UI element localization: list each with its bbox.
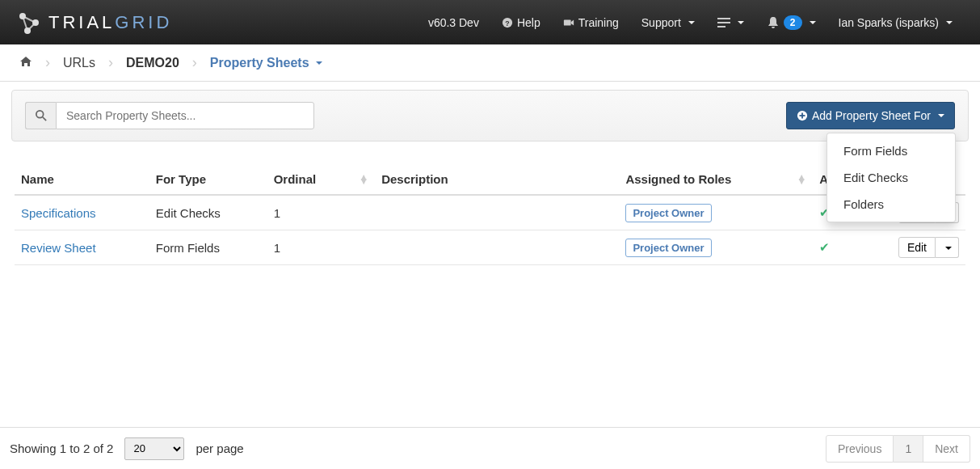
brand-text: TRIALGRID — [48, 12, 172, 33]
edit-button[interactable]: Edit — [898, 237, 936, 258]
col-ordinal[interactable]: Ordinal▲▼ — [267, 164, 375, 195]
caret-down-icon — [316, 61, 322, 65]
table-row: Specifications Edit Checks 1 Project Own… — [15, 195, 965, 230]
table-wrap: Name For Type Ordinal▲▼ Description Assi… — [11, 164, 969, 265]
edit-button-group: Edit — [895, 237, 959, 258]
dropdown-item-folders[interactable]: Folders — [827, 191, 955, 218]
svg-point-4 — [32, 19, 39, 26]
dropdown-item-edit-checks[interactable]: Edit Checks — [827, 164, 955, 191]
logo-icon — [16, 10, 42, 36]
caret-down-icon — [738, 21, 744, 24]
user-menu[interactable]: Ian Sparks (isparks) — [827, 0, 964, 44]
pager-previous[interactable]: Previous — [826, 435, 894, 463]
svg-rect-11 — [717, 26, 726, 27]
footer-left: Showing 1 to 2 of 2 20 per page — [10, 437, 244, 460]
footer: Showing 1 to 2 of 2 20 per page Previous… — [0, 427, 980, 469]
svg-rect-16 — [799, 115, 805, 116]
support-label: Support — [641, 16, 681, 29]
search-icon — [36, 110, 47, 121]
svg-point-12 — [36, 111, 43, 118]
property-sheets-table: Name For Type Ordinal▲▼ Description Assi… — [15, 164, 965, 265]
notification-count-badge: 2 — [784, 15, 802, 30]
version-label: v60.3 Dev — [417, 0, 490, 44]
check-icon: ✔ — [819, 240, 830, 254]
add-property-sheet-button[interactable]: Add Property Sheet For — [786, 102, 955, 129]
showing-label: Showing 1 to 2 of 2 — [10, 442, 113, 455]
caret-down-icon — [810, 21, 816, 24]
caret-down-icon — [938, 114, 944, 117]
row-name-link[interactable]: Specifications — [21, 206, 96, 220]
help-icon: ? — [502, 17, 513, 28]
breadcrumb-project[interactable]: DEMO20 — [121, 56, 184, 70]
caret-down-icon — [688, 21, 695, 24]
row-ordinal: 1 — [267, 230, 375, 265]
caret-down-icon — [946, 21, 953, 24]
plus-circle-icon — [797, 110, 808, 121]
dropdown-item-form-fields[interactable]: Form Fields — [827, 137, 955, 164]
page-size-select[interactable]: 20 — [124, 437, 184, 460]
support-menu[interactable]: Support — [630, 0, 706, 44]
role-badge: Project Owner — [625, 239, 711, 257]
search-addon — [25, 102, 56, 129]
user-display-label: Ian Sparks (isparks) — [839, 16, 939, 29]
pager-next[interactable]: Next — [923, 435, 970, 463]
col-name[interactable]: Name — [15, 164, 149, 195]
home-icon — [19, 55, 32, 68]
per-page-label: per page — [196, 442, 243, 455]
search-group — [25, 102, 314, 129]
search-input[interactable] — [56, 102, 314, 129]
svg-rect-8 — [564, 19, 571, 25]
help-link[interactable]: ? Help — [490, 0, 552, 44]
brand-logo[interactable]: TRIALGRID — [16, 10, 172, 36]
caret-down-icon — [945, 247, 952, 250]
row-ordinal: 1 — [267, 195, 375, 230]
svg-point-3 — [19, 13, 26, 19]
sort-icon: ▲▼ — [359, 175, 368, 184]
col-assigned[interactable]: Assigned to Roles▲▼ — [619, 164, 813, 195]
edit-caret-button[interactable] — [936, 237, 959, 258]
row-name-link[interactable]: Review Sheet — [21, 241, 96, 255]
breadcrumb-current-label: Property Sheets — [210, 56, 309, 70]
col-for-type[interactable]: For Type — [149, 164, 267, 195]
pager-current[interactable]: 1 — [894, 435, 923, 463]
svg-line-13 — [42, 117, 45, 120]
breadcrumb-separator: › — [42, 54, 53, 71]
sort-icon: ▲▼ — [797, 175, 806, 184]
svg-rect-9 — [717, 18, 730, 19]
toolbar-panel: Add Property Sheet For Form Fields Edit … — [11, 90, 969, 142]
row-description — [375, 230, 619, 265]
svg-rect-10 — [717, 22, 730, 23]
row-for-type: Form Fields — [149, 230, 267, 265]
help-label: Help — [517, 16, 540, 29]
breadcrumb-separator: › — [189, 54, 200, 71]
add-dropdown-menu: Form Fields Edit Checks Folders — [826, 133, 956, 222]
list-icon — [717, 16, 730, 29]
top-navbar: TRIALGRID v60.3 Dev ? Help Training Supp… — [0, 0, 980, 44]
training-label: Training — [578, 16, 619, 29]
role-badge: Project Owner — [625, 204, 711, 222]
add-button-label: Add Property Sheet For — [812, 109, 931, 122]
training-link[interactable]: Training — [552, 0, 630, 44]
list-menu[interactable] — [706, 0, 755, 44]
breadcrumb-urls[interactable]: URLs — [58, 56, 100, 70]
table-row: Review Sheet Form Fields 1 Project Owner… — [15, 230, 965, 265]
breadcrumb-separator: › — [105, 54, 116, 71]
pager: Previous 1 Next — [826, 435, 970, 463]
col-description[interactable]: Description — [375, 164, 619, 195]
bell-icon — [767, 16, 780, 29]
breadcrumb-home[interactable] — [15, 55, 37, 71]
breadcrumb-current[interactable]: Property Sheets — [205, 56, 327, 70]
notifications-menu[interactable]: 2 — [755, 0, 827, 44]
svg-point-5 — [24, 27, 31, 34]
row-description — [375, 195, 619, 230]
row-for-type: Edit Checks — [149, 195, 267, 230]
breadcrumb: › URLs › DEMO20 › Property Sheets — [0, 44, 980, 82]
video-icon — [563, 17, 574, 28]
content-area: Add Property Sheet For Form Fields Edit … — [0, 82, 980, 265]
svg-text:?: ? — [505, 19, 509, 27]
